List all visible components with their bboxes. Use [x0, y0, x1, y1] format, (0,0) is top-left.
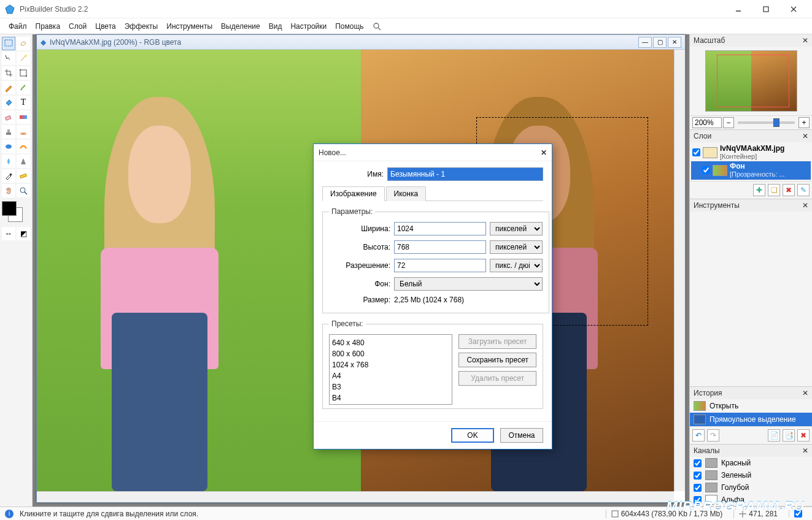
delete-preset-button[interactable]: Удалить пресет [458, 371, 536, 386]
channel-row-red[interactable]: Красный [690, 457, 812, 469]
window-minimize-button[interactable] [724, 1, 752, 18]
snapshot-dup-button[interactable]: 📑 [783, 429, 795, 442]
history-item-rectselect[interactable]: Прямоульное выделение [690, 413, 812, 426]
save-preset-button[interactable]: Сохранить пресет [458, 353, 536, 367]
background-select[interactable]: Белый [394, 277, 543, 291]
tool-eraser[interactable] [2, 110, 15, 124]
menu-file[interactable]: Файл [9, 22, 27, 31]
resolution-unit-select[interactable]: пикс. / дюйм [490, 259, 543, 272]
tab-image[interactable]: Изображение [322, 186, 385, 201]
menu-view[interactable]: Вид [269, 22, 282, 31]
tool-crop[interactable] [2, 66, 15, 80]
load-preset-button[interactable]: Загрузить пресет [458, 334, 536, 349]
default-colors-icon[interactable]: ◩ [17, 227, 30, 240]
tool-brush[interactable] [17, 81, 30, 94]
cancel-button[interactable]: Отмена [500, 428, 543, 443]
layer-row-background[interactable]: Фон[Прозрачность: ... [691, 161, 811, 179]
doc-close-button[interactable]: ✕ [668, 37, 681, 48]
vertical-scrollbar[interactable] [674, 50, 685, 491]
zoom-in-button[interactable]: + [798, 117, 810, 128]
tool-hand[interactable] [2, 184, 15, 197]
channel-row-blue[interactable]: Голубой [690, 481, 812, 494]
width-unit-select[interactable]: пикселей [490, 222, 543, 235]
tool-gradient[interactable] [17, 110, 30, 124]
tool-eyedropper[interactable] [2, 169, 15, 183]
channel-checkbox[interactable] [694, 472, 702, 480]
tool-fill[interactable] [2, 96, 15, 109]
channel-checkbox[interactable] [694, 484, 702, 492]
height-unit-select[interactable]: пикселей [490, 240, 543, 254]
tools-panel-close-icon[interactable]: ✕ [802, 201, 808, 210]
tab-icon[interactable]: Иконка [386, 186, 427, 201]
history-panel-close-icon[interactable]: ✕ [802, 389, 808, 397]
menu-help[interactable]: Помощь [335, 22, 363, 31]
snapshot-delete-button[interactable]: ✖ [797, 429, 810, 442]
ok-button[interactable]: OK [451, 428, 494, 443]
layers-panel-close-icon[interactable]: ✕ [802, 132, 808, 140]
color-swatch[interactable] [2, 201, 26, 222]
horizontal-scrollbar[interactable] [37, 491, 674, 502]
name-input[interactable] [387, 167, 543, 181]
preset-item[interactable]: 640 x 480 [332, 337, 449, 348]
tool-text[interactable]: T [17, 96, 30, 109]
undo-button[interactable]: ↶ [692, 429, 705, 442]
menu-tools[interactable]: Инструменты [166, 22, 212, 31]
doc-maximize-button[interactable]: ▢ [653, 37, 667, 48]
layer-properties-button[interactable]: ✎ [797, 184, 810, 196]
delete-layer-button[interactable]: ✖ [783, 184, 795, 196]
tool-move[interactable] [2, 52, 15, 65]
preset-item[interactable]: B4 [332, 392, 449, 403]
tool-blur[interactable] [2, 155, 15, 168]
preset-item[interactable]: A4 [332, 370, 449, 381]
menu-edit[interactable]: Правка [36, 22, 61, 31]
resolution-input[interactable] [394, 259, 486, 272]
tool-zoom[interactable] [17, 184, 30, 197]
new-layer-button[interactable]: ✚ [753, 184, 765, 196]
tool-heal[interactable] [17, 125, 30, 139]
layer-row-file[interactable]: IvNqVMAakXM.jpg[Контейнер] [691, 143, 811, 161]
navigator-thumb[interactable] [705, 50, 797, 112]
zoom-out-button[interactable]: − [723, 117, 734, 128]
dialog-close-icon[interactable]: ✕ [541, 148, 547, 157]
tool-shape[interactable] [2, 140, 15, 153]
tool-lasso[interactable] [17, 37, 30, 50]
window-close-button[interactable] [779, 1, 807, 18]
window-maximize-button[interactable] [752, 1, 779, 18]
channel-checkbox[interactable] [694, 459, 702, 467]
zoom-input[interactable] [692, 117, 722, 128]
swap-colors-icon[interactable]: ↔ [2, 227, 15, 240]
layer-visibility-checkbox[interactable] [702, 166, 710, 174]
tool-sharpen[interactable] [17, 155, 30, 168]
zoom-panel-close-icon[interactable]: ✕ [802, 36, 808, 45]
doc-minimize-button[interactable]: — [638, 37, 652, 48]
menu-settings[interactable]: Настройки [290, 22, 327, 31]
preset-item[interactable]: B3 [332, 381, 449, 392]
snapshot-new-button[interactable]: 📄 [768, 429, 780, 442]
tool-transform[interactable] [17, 66, 30, 80]
tool-wand[interactable] [17, 52, 30, 65]
tool-measure[interactable] [17, 169, 30, 183]
history-item-open[interactable]: Открыть [690, 399, 812, 413]
duplicate-layer-button[interactable]: ❏ [768, 184, 780, 196]
layer-visibility-checkbox[interactable] [692, 148, 700, 156]
menu-effects[interactable]: Эффекты [125, 22, 158, 31]
channel-row-green[interactable]: Зеленый [690, 469, 812, 481]
redo-button[interactable]: ↷ [707, 429, 719, 442]
search-icon[interactable] [373, 22, 381, 31]
height-input[interactable] [394, 240, 486, 254]
menu-colors[interactable]: Цвета [95, 22, 115, 31]
channels-panel-close-icon[interactable]: ✕ [802, 446, 808, 455]
preset-item[interactable]: B5 [332, 403, 449, 405]
preset-item[interactable]: 1024 x 768 [332, 359, 449, 370]
preset-item[interactable]: 800 x 600 [332, 348, 449, 359]
width-input[interactable] [394, 222, 486, 235]
svg-line-23 [25, 192, 27, 194]
menu-selection[interactable]: Выделение [221, 22, 260, 31]
tool-stamp[interactable] [2, 125, 15, 139]
tool-warp[interactable] [17, 140, 30, 153]
tool-rect-select[interactable] [2, 37, 15, 50]
menu-layer[interactable]: Слой [69, 22, 87, 31]
zoom-slider[interactable] [738, 121, 795, 124]
tool-pencil[interactable] [2, 81, 15, 94]
presets-list[interactable]: 640 x 480 800 x 600 1024 x 768 A4 B3 B4 … [329, 334, 452, 405]
